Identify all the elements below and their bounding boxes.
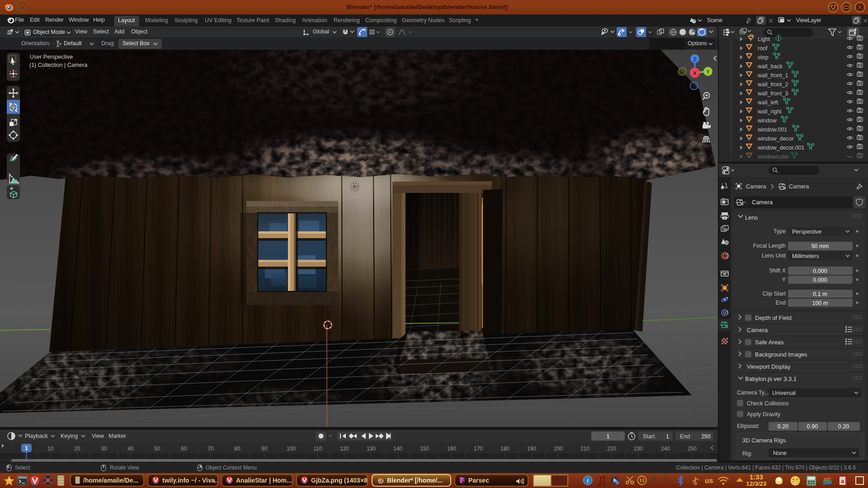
svg-text:None: None — [773, 450, 787, 456]
svg-text:230: 230 — [634, 446, 643, 452]
svg-text:0.90: 0.90 — [807, 423, 818, 430]
svg-text:130: 130 — [367, 446, 376, 452]
svg-text:wall_front_1: wall_front_1 — [757, 72, 788, 79]
svg-text:Ellipsoid:: Ellipsoid: — [737, 423, 760, 429]
svg-text:View: View — [92, 433, 104, 439]
svg-text:50 mm: 50 mm — [811, 243, 829, 249]
svg-text:roof: roof — [758, 45, 768, 52]
svg-text:0.1 m: 0.1 m — [813, 291, 827, 297]
svg-text:250: 250 — [701, 433, 711, 440]
svg-text:250: 250 — [688, 446, 697, 452]
svg-text:Camera Ty...: Camera Ty... — [737, 389, 769, 396]
svg-text:End: End — [776, 300, 786, 306]
svg-text:window_decor.001: window_decor.001 — [757, 145, 805, 151]
svg-text:window: window — [757, 117, 777, 124]
svg-text:110: 110 — [313, 446, 322, 452]
svg-text:30: 30 — [101, 446, 107, 452]
svg-text:Playback: Playback — [25, 433, 48, 439]
svg-text:140: 140 — [393, 446, 402, 452]
svg-text:220: 220 — [607, 446, 616, 452]
svg-text:Camera: Camera — [752, 199, 773, 206]
svg-text:Check Collisions: Check Collisions — [747, 400, 788, 407]
svg-text:Lens: Lens — [745, 214, 758, 221]
svg-text:wall_back: wall_back — [757, 63, 783, 70]
svg-text:Clip Start: Clip Start — [763, 291, 786, 297]
svg-text:Z: Z — [693, 56, 697, 62]
svg-text:Light: Light — [758, 36, 770, 42]
svg-text:Perspective: Perspective — [792, 229, 821, 235]
svg-text:40: 40 — [127, 446, 134, 452]
svg-text:Babylon.js ver 3.3.1: Babylon.js ver 3.3.1 — [745, 375, 797, 382]
svg-text:190: 190 — [527, 446, 536, 452]
svg-text:wall_left: wall_left — [757, 99, 778, 106]
svg-text:Marker: Marker — [108, 433, 126, 439]
svg-text:wall_front_3: wall_front_3 — [757, 90, 788, 97]
svg-text:Rig:: Rig: — [742, 450, 752, 457]
svg-text:90: 90 — [261, 446, 268, 452]
svg-text:Millimeters: Millimeters — [792, 253, 819, 259]
svg-text:60: 60 — [181, 446, 187, 452]
svg-text:Camera: Camera — [789, 183, 809, 190]
svg-text:Lens Unit: Lens Unit — [762, 253, 786, 259]
svg-text:windowcube: windowcube — [757, 154, 789, 160]
svg-text:10: 10 — [47, 446, 54, 452]
svg-text:Camera: Camera — [747, 327, 768, 333]
svg-text:End: End — [680, 433, 690, 440]
svg-text:wall_right: wall_right — [757, 108, 782, 115]
svg-text:wall_front_2: wall_front_2 — [757, 81, 788, 88]
svg-text:Depth of Field: Depth of Field — [755, 314, 792, 321]
svg-text:180: 180 — [500, 446, 509, 452]
svg-text:1: 1 — [666, 433, 669, 440]
svg-text:Type: Type — [774, 228, 786, 235]
svg-text:Y: Y — [706, 69, 710, 75]
svg-text:0.20: 0.20 — [838, 423, 849, 430]
svg-text:Focal Length: Focal Length — [753, 243, 786, 249]
svg-text:window_decor: window_decor — [757, 136, 794, 142]
svg-text:210: 210 — [580, 446, 590, 452]
svg-text:step: step — [758, 54, 769, 61]
svg-text:0.000: 0.000 — [813, 277, 827, 283]
svg-text:20: 20 — [74, 446, 80, 452]
svg-text:0.000: 0.000 — [813, 268, 827, 274]
svg-text:Apply Gravity: Apply Gravity — [747, 411, 781, 418]
svg-text:Start: Start — [643, 433, 655, 440]
svg-text:0.20: 0.20 — [778, 423, 788, 430]
svg-text:us: us — [705, 477, 713, 484]
svg-text:200: 200 — [554, 446, 563, 452]
svg-text:Keying: Keying — [61, 433, 78, 439]
svg-text:50: 50 — [154, 446, 160, 452]
svg-text:80: 80 — [234, 446, 241, 452]
svg-text:a: a — [841, 478, 844, 484]
svg-text:X: X — [693, 70, 697, 76]
svg-text:120: 120 — [340, 446, 349, 452]
svg-text:window.001: window.001 — [757, 127, 787, 133]
svg-text:i: i — [587, 477, 589, 484]
svg-text:150: 150 — [420, 446, 429, 452]
svg-text:Safe Areas: Safe Areas — [755, 339, 784, 346]
svg-text:100 m: 100 m — [812, 300, 828, 306]
svg-text:3D Camera Rigs: 3D Camera Rigs — [742, 437, 786, 444]
svg-text:Camera: Camera — [746, 183, 766, 190]
svg-text:Shift X: Shift X — [769, 267, 786, 274]
svg-text:1: 1 — [25, 445, 28, 451]
svg-text:240: 240 — [661, 446, 670, 452]
svg-text:160: 160 — [447, 446, 456, 452]
svg-text:170: 170 — [474, 446, 483, 452]
svg-text:Viewport Display: Viewport Display — [747, 363, 791, 370]
svg-text:Y: Y — [782, 277, 786, 283]
svg-text:Universal: Universal — [772, 390, 796, 396]
svg-text:70: 70 — [208, 446, 214, 452]
svg-text:1: 1 — [607, 433, 610, 440]
svg-text:Background Images: Background Images — [755, 351, 807, 358]
svg-text:100: 100 — [287, 446, 296, 452]
